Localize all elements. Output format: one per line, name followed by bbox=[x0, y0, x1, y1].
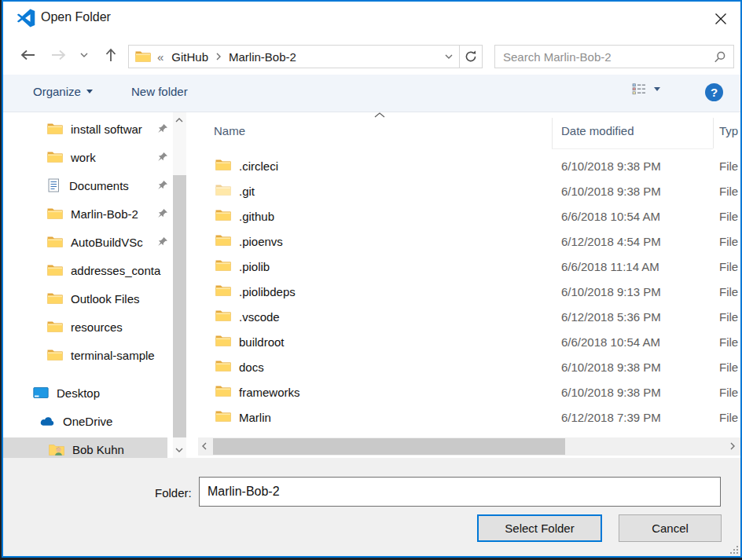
file-date: 6/6/2018 10:54 AM bbox=[561, 335, 660, 349]
sidebar-item-resources[interactable]: resources bbox=[47, 316, 170, 338]
organize-menu-button[interactable]: Organize bbox=[33, 85, 93, 98]
select-folder-label: Select Folder bbox=[505, 522, 574, 535]
file-row-pioenvs[interactable]: .pioenvs 6/12/2018 4:54 PM File bbox=[192, 229, 740, 254]
folder-name-input[interactable] bbox=[199, 477, 721, 507]
breadcrumb-current[interactable]: Marlin-Bob-2 bbox=[224, 50, 301, 64]
help-button[interactable]: ? bbox=[705, 83, 723, 101]
up-button[interactable] bbox=[99, 43, 123, 67]
file-name: buildroot bbox=[239, 335, 285, 349]
folder-icon bbox=[215, 309, 231, 322]
cancel-button[interactable]: Cancel bbox=[619, 514, 722, 542]
sidebar-item-addresses-conta[interactable]: addresses_conta bbox=[47, 259, 170, 281]
folder-icon bbox=[215, 410, 231, 423]
search-input[interactable] bbox=[503, 46, 707, 68]
chevron-down-icon bbox=[445, 54, 453, 59]
details-view-icon bbox=[632, 83, 646, 95]
file-date: 6/12/2018 7:39 PM bbox=[561, 411, 661, 424]
file-type: File bbox=[719, 411, 738, 424]
sidebar-item-label: Marlin-Bob-2 bbox=[71, 207, 138, 221]
chevron-down-icon bbox=[80, 53, 88, 57]
file-row-git[interactable]: .git 6/10/2018 9:38 PM File bbox=[192, 179, 740, 204]
column-separator[interactable] bbox=[552, 118, 553, 148]
file-list: .circleci 6/10/2018 9:38 PM File .git 6/… bbox=[192, 154, 740, 432]
file-date: 6/10/2018 9:38 PM bbox=[561, 361, 661, 374]
scroll-down-arrow-icon[interactable] bbox=[173, 444, 186, 456]
file-row-docs[interactable]: docs 6/10/2018 9:38 PM File bbox=[192, 355, 740, 380]
address-bar[interactable]: « GitHub Marlin-Bob-2 bbox=[128, 45, 483, 68]
column-separator[interactable] bbox=[713, 118, 714, 148]
file-name: .pioenvs bbox=[239, 235, 283, 248]
sidebar-item-label: work bbox=[71, 151, 96, 164]
file-date: 6/12/2018 4:54 PM bbox=[561, 235, 661, 248]
sidebar-item-work[interactable]: work bbox=[47, 146, 157, 168]
folder-icon bbox=[215, 184, 231, 196]
scroll-up-arrow-icon[interactable] bbox=[173, 114, 186, 126]
scrollbar-thumb[interactable] bbox=[213, 438, 565, 455]
sidebar-item-label: install softwar bbox=[71, 123, 142, 136]
chevron-right-icon[interactable] bbox=[213, 54, 224, 59]
sidebar-item-bob-kuhn[interactable]: Bob Kuhn bbox=[49, 438, 170, 460]
file-row-frameworks[interactable]: frameworks 6/10/2018 9:38 PM File bbox=[192, 380, 740, 405]
file-row-vscode[interactable]: .vscode 6/12/2018 5:36 PM File bbox=[192, 305, 740, 330]
pin-icon bbox=[157, 208, 168, 219]
file-name: docs bbox=[239, 361, 264, 374]
sidebar-item-documents[interactable]: Documents bbox=[46, 174, 157, 196]
desktop-icon bbox=[33, 386, 49, 399]
sidebar-item-autobuildvsc[interactable]: AutoBuildVSc bbox=[47, 231, 157, 253]
select-folder-button[interactable]: Select Folder bbox=[477, 514, 602, 542]
sidebar-item-label: Bob Kuhn bbox=[72, 443, 124, 456]
scrollbar-thumb[interactable] bbox=[173, 175, 186, 437]
change-view-button[interactable] bbox=[632, 83, 660, 95]
sidebar-item-label: resources bbox=[71, 320, 123, 334]
scroll-left-arrow-icon[interactable] bbox=[198, 440, 211, 452]
resize-grip[interactable] bbox=[730, 546, 738, 554]
scroll-right-arrow-icon[interactable] bbox=[726, 440, 739, 452]
sidebar-item-onedrive[interactable]: OneDrive bbox=[39, 410, 170, 432]
refresh-button[interactable] bbox=[459, 46, 482, 68]
forward-button[interactable] bbox=[47, 43, 71, 67]
file-row-circleci[interactable]: .circleci 6/10/2018 9:38 PM File bbox=[192, 154, 740, 179]
file-row-marlin[interactable]: Marlin 6/12/2018 7:39 PM File bbox=[192, 405, 740, 430]
sidebar-item-terminal-sample[interactable]: terminal-sample bbox=[47, 344, 171, 366]
pin-icon bbox=[157, 152, 168, 163]
breadcrumb-collapse[interactable]: « bbox=[151, 50, 167, 64]
column-header-date-modified[interactable]: Date modified bbox=[561, 124, 634, 137]
column-header-name[interactable]: Name bbox=[214, 124, 245, 137]
breadcrumb-parent[interactable]: GitHub bbox=[167, 50, 213, 64]
file-row-github[interactable]: .github 6/6/2018 10:54 AM File bbox=[192, 204, 740, 229]
address-dropdown-button[interactable] bbox=[439, 46, 459, 68]
folder-icon bbox=[215, 335, 231, 347]
sidebar-item-install-software[interactable]: install softwar bbox=[47, 118, 157, 140]
file-list-horizontal-scrollbar[interactable] bbox=[198, 437, 740, 456]
vscode-logo-icon bbox=[17, 9, 35, 27]
sidebar-scrollbar[interactable] bbox=[173, 112, 186, 458]
folder-icon bbox=[215, 159, 231, 171]
folder-icon bbox=[47, 123, 63, 135]
folder-icon bbox=[215, 284, 231, 297]
folder-icon bbox=[135, 50, 151, 63]
caret-down-icon bbox=[86, 90, 93, 93]
sidebar-item-marlin-bob-2[interactable]: Marlin-Bob-2 bbox=[47, 203, 157, 225]
file-name: frameworks bbox=[239, 386, 300, 399]
column-header-type[interactable]: Typ bbox=[719, 124, 738, 137]
sidebar-item-desktop[interactable]: Desktop bbox=[33, 382, 170, 404]
magnifier-icon[interactable] bbox=[714, 51, 726, 64]
file-row-piolibdeps[interactable]: .piolibdeps 6/10/2018 9:13 PM File bbox=[192, 280, 740, 305]
sidebar-item-label: OneDrive bbox=[63, 415, 112, 428]
file-type: File bbox=[719, 210, 738, 223]
file-type: File bbox=[719, 361, 738, 374]
back-button[interactable] bbox=[16, 43, 39, 67]
file-row-piolib[interactable]: .piolib 6/6/2018 11:14 AM File bbox=[192, 254, 740, 280]
new-folder-button[interactable]: New folder bbox=[131, 85, 188, 98]
file-date: 6/10/2018 9:38 PM bbox=[561, 159, 661, 173]
file-type: File bbox=[719, 335, 738, 349]
title-bar: Open Folder bbox=[3, 2, 740, 35]
file-type: File bbox=[719, 386, 738, 399]
file-date: 6/6/2018 10:54 AM bbox=[561, 210, 660, 223]
sidebar-item-label: AutoBuildVSc bbox=[71, 236, 143, 249]
file-row-buildroot[interactable]: buildroot 6/6/2018 10:54 AM File bbox=[192, 330, 740, 355]
sidebar-item-outlook-files[interactable]: Outlook Files bbox=[47, 287, 170, 309]
recent-locations-button[interactable] bbox=[75, 43, 93, 67]
sidebar-item-label: Outlook Files bbox=[71, 292, 140, 306]
close-button[interactable] bbox=[709, 7, 733, 31]
